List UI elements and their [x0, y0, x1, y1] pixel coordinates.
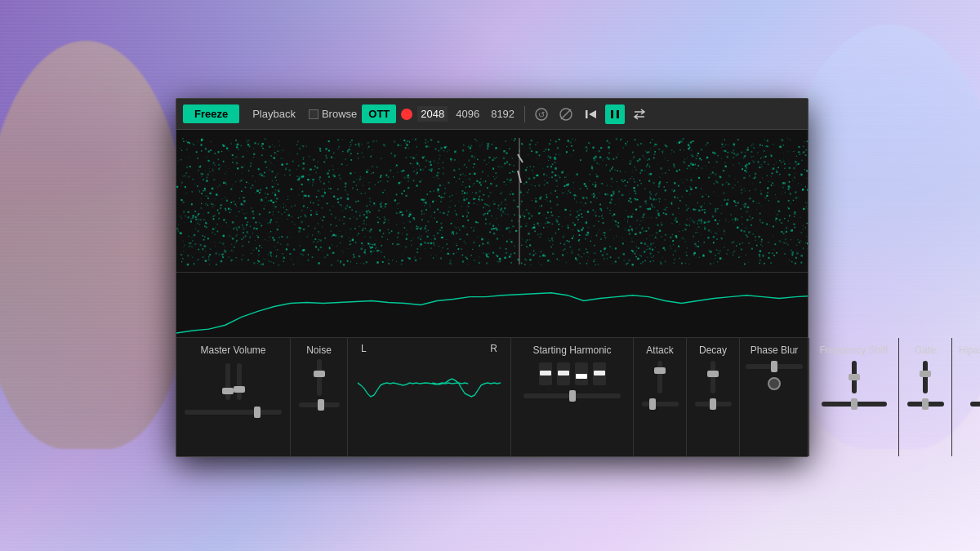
fft-8192[interactable]: 8192 [488, 106, 518, 122]
ott-button[interactable]: OTT [362, 104, 396, 123]
master-volume-h-slider[interactable] [185, 410, 282, 415]
harmonic-slider-4[interactable] [593, 362, 606, 385]
decay-label: Decay [699, 344, 727, 356]
freq-shift-slider-h[interactable] [822, 402, 887, 407]
phase-blur-label: Phase Blur [751, 344, 799, 356]
lr-labels: L R [354, 343, 504, 354]
phase-blur-slider[interactable] [746, 364, 803, 369]
waveform-canvas [176, 130, 808, 273]
attack-h-slider[interactable] [642, 402, 679, 407]
r-label: R [490, 343, 497, 354]
phase-blur-knob[interactable] [768, 377, 781, 390]
svg-rect-7 [617, 110, 619, 118]
l-label: L [361, 343, 367, 354]
harmonic-h-slider[interactable] [523, 393, 621, 398]
gate-label: Gate [915, 344, 936, 356]
attack-slider[interactable] [657, 361, 662, 393]
noise-slider[interactable] [317, 359, 322, 396]
record-button[interactable] [401, 109, 412, 120]
gate-group: Gate [899, 338, 952, 456]
decay-slider[interactable] [710, 361, 715, 393]
svg-line-3 [561, 109, 571, 119]
noise-label: Noise [306, 344, 332, 356]
gate-h-slider[interactable] [907, 402, 944, 407]
controls-area: Master Volume Noise [176, 338, 808, 456]
gate-slider[interactable] [923, 361, 928, 393]
hipass-lowpass-group: Hipass/Lowpass [952, 338, 980, 456]
noise-group: Noise [291, 338, 348, 456]
harmonic-slider-3[interactable] [575, 362, 588, 385]
browse-container: Browse [309, 108, 357, 120]
freq-shift-slider-v[interactable] [852, 361, 857, 393]
swap-icon[interactable] [630, 104, 649, 124]
decay-h-slider[interactable] [695, 402, 732, 407]
loop-icon[interactable]: ↺ [532, 104, 551, 124]
toolbar: Freeze Playback Browse OTT 2048 4096 819… [176, 99, 808, 130]
frequency-shift-group: Frequency Shift [809, 338, 899, 456]
lr-waveform[interactable] [354, 354, 504, 451]
master-volume-label: Master Volume [200, 344, 265, 356]
master-volume-group: Master Volume [176, 338, 291, 456]
envelope-display[interactable] [176, 273, 808, 338]
lr-waveform-group: L R [348, 338, 511, 456]
harmonic-slider-2[interactable] [557, 362, 570, 385]
waveform-display[interactable]: 'second alt drop (consolidated).wav 3.8s… [176, 130, 808, 273]
svg-rect-4 [586, 110, 588, 118]
plugin-window: Freeze Playback Browse OTT 2048 4096 819… [176, 98, 808, 457]
fft-4096[interactable]: 4096 [452, 106, 483, 122]
harmonic-sliders [539, 361, 606, 385]
svg-marker-5 [589, 110, 596, 118]
browse-checkbox[interactable] [309, 109, 318, 119]
harmonic-slider-1[interactable] [539, 362, 552, 385]
phase-blur-group: Phase Blur [740, 338, 809, 456]
noise-h-slider[interactable] [299, 402, 340, 407]
master-volume-slider-r[interactable] [237, 363, 242, 400]
fft-2048[interactable]: 2048 [417, 106, 448, 122]
pause-icon[interactable] [605, 104, 625, 124]
freeze-button[interactable]: Freeze [183, 104, 239, 123]
starting-harmonic-label: Starting Harmonic [532, 344, 611, 356]
separator [524, 106, 525, 122]
hipass-lowpass-label: Hipass/Lowpass [959, 344, 980, 356]
attack-group: Attack [634, 338, 687, 456]
browse-label[interactable]: Browse [322, 108, 357, 120]
master-volume-slider-l[interactable] [225, 363, 230, 400]
svg-rect-6 [611, 110, 613, 118]
playback-button[interactable]: Playback [244, 104, 304, 123]
svg-text:↺: ↺ [538, 110, 545, 119]
hipass-h-slider[interactable] [970, 402, 980, 407]
no-dc-icon[interactable] [556, 104, 576, 124]
decay-group: Decay [687, 338, 740, 456]
envelope-svg [176, 273, 808, 337]
attack-label: Attack [646, 344, 673, 356]
skip-back-icon[interactable] [581, 104, 600, 124]
frequency-shift-label: Frequency Shift [819, 344, 888, 356]
starting-harmonic-group: Starting Harmonic [511, 338, 634, 456]
